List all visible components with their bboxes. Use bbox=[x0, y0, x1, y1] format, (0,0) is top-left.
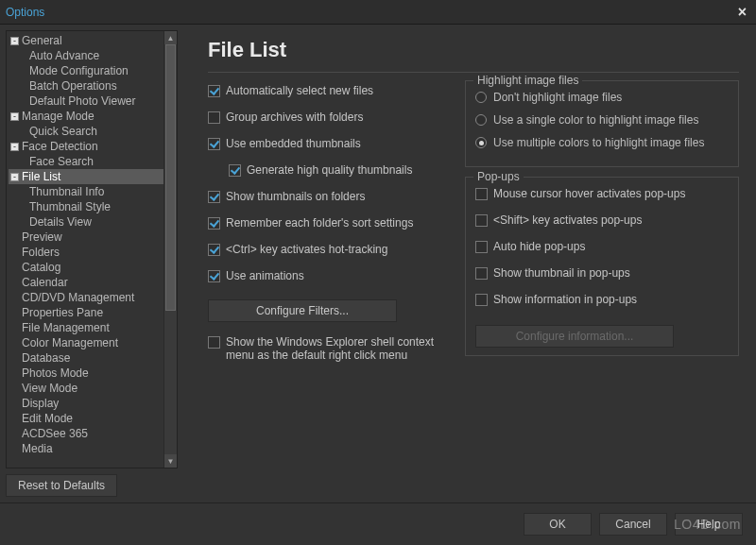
checkbox-icon[interactable] bbox=[475, 241, 488, 253]
checkbox-label: Use animations bbox=[226, 269, 454, 282]
radio-icon[interactable] bbox=[475, 114, 487, 126]
tree-item-label: Edit Mode bbox=[22, 412, 73, 425]
tree-toggle-icon[interactable]: - bbox=[10, 112, 19, 121]
checkbox-icon[interactable] bbox=[208, 217, 220, 230]
close-icon[interactable]: × bbox=[734, 4, 750, 21]
tree-item[interactable]: -File List bbox=[9, 169, 163, 184]
popup-check-4[interactable]: Show information in pop-ups bbox=[475, 293, 729, 306]
tree-item[interactable]: Details View bbox=[9, 214, 163, 230]
checkbox-icon[interactable] bbox=[208, 111, 220, 124]
option-check-5[interactable]: Remember each folder's sort settings bbox=[208, 216, 454, 230]
tree-toggle-icon[interactable]: - bbox=[10, 173, 19, 181]
tree-item[interactable]: Folders bbox=[9, 245, 163, 260]
checkbox-icon[interactable] bbox=[229, 164, 241, 177]
tree-item[interactable]: -Face Detection bbox=[9, 139, 163, 154]
tree-item-label: View Mode bbox=[22, 382, 77, 395]
tree-item[interactable]: Display bbox=[9, 396, 163, 411]
tree-item[interactable]: Thumbnail Style bbox=[9, 199, 163, 214]
tree-item[interactable]: Database bbox=[9, 350, 163, 366]
tree-item-label: File List bbox=[22, 170, 60, 183]
option-check-3[interactable]: Generate high quality thumbnails bbox=[229, 163, 454, 177]
tree-item[interactable]: -General bbox=[9, 33, 163, 48]
tree-item-label: Default Photo Viewer bbox=[29, 94, 136, 108]
option-check-0[interactable]: Automatically select new files bbox=[208, 84, 454, 97]
tree-item[interactable]: Calendar bbox=[9, 275, 163, 290]
tree-item[interactable]: Face Search bbox=[9, 154, 163, 169]
tree-item[interactable]: Preview bbox=[9, 230, 163, 245]
tree-toggle-icon[interactable]: - bbox=[10, 37, 19, 45]
checkbox-label: Show thumbnail in pop-ups bbox=[493, 266, 729, 280]
checkbox-icon[interactable] bbox=[208, 138, 220, 150]
tree-item[interactable]: Color Management bbox=[9, 335, 163, 350]
scroll-track[interactable] bbox=[164, 44, 177, 454]
popup-check-3[interactable]: Show thumbnail in pop-ups bbox=[475, 266, 729, 280]
option-check-1[interactable]: Group archives with folders bbox=[208, 111, 454, 124]
tree-item[interactable]: Photos Mode bbox=[9, 366, 163, 381]
tree-item[interactable]: Quick Search bbox=[9, 124, 163, 139]
popups-group: Pop-ups Mouse cursor hover activates pop… bbox=[465, 177, 739, 356]
checkbox-label: Generate high quality thumbnails bbox=[247, 163, 454, 177]
tree-item-label: Thumbnail Info bbox=[29, 185, 104, 198]
options-tree[interactable]: -GeneralAuto AdvanceMode ConfigurationBa… bbox=[7, 31, 163, 468]
tree-scrollbar[interactable]: ▲ ▼ bbox=[163, 31, 177, 468]
checkbox-icon[interactable] bbox=[208, 244, 220, 256]
popups-legend: Pop-ups bbox=[473, 170, 524, 183]
tree-item-label: CD/DVD Management bbox=[22, 291, 134, 304]
help-button[interactable]: Help bbox=[675, 513, 743, 536]
right-column: Highlight image files Don't highlight im… bbox=[465, 77, 739, 375]
checkbox-label: <Ctrl> key activates hot-tracking bbox=[226, 243, 454, 256]
tree-item[interactable]: -Manage Mode bbox=[9, 109, 163, 124]
tree-item-label: Mode Configuration bbox=[29, 64, 129, 77]
tree-item-label: Quick Search bbox=[29, 125, 97, 138]
radio-icon[interactable] bbox=[475, 137, 487, 148]
tree-item[interactable]: File Management bbox=[9, 320, 163, 335]
tree-item[interactable]: Thumbnail Info bbox=[9, 184, 163, 199]
popup-check-1[interactable]: <Shift> key activates pop-ups bbox=[475, 213, 729, 227]
option-check-7[interactable]: Use animations bbox=[208, 269, 454, 282]
option-check-6[interactable]: <Ctrl> key activates hot-tracking bbox=[208, 243, 454, 256]
tree-item[interactable]: Edit Mode bbox=[9, 411, 163, 426]
cancel-button[interactable]: Cancel bbox=[599, 513, 667, 536]
tree-item[interactable]: View Mode bbox=[9, 381, 163, 396]
ok-button[interactable]: OK bbox=[524, 513, 592, 536]
tree-item[interactable]: Batch Operations bbox=[9, 78, 163, 94]
tree-item-label: Calendar bbox=[22, 276, 68, 289]
configure-filters-button[interactable]: Configure Filters... bbox=[208, 299, 397, 322]
highlight-radio-1[interactable]: Use a single color to highlight image fi… bbox=[475, 113, 729, 127]
scroll-up-icon[interactable]: ▲ bbox=[164, 31, 177, 44]
shell-context-check[interactable]: Show the Windows Explorer shell context … bbox=[208, 335, 454, 362]
popup-check-2[interactable]: Auto hide pop-ups bbox=[475, 240, 729, 253]
popup-check-0[interactable]: Mouse cursor hover activates pop-ups bbox=[475, 187, 729, 200]
tree-item[interactable]: ACDSee 365 bbox=[9, 426, 163, 441]
tree-item[interactable]: Catalog bbox=[9, 260, 163, 275]
checkbox-label: Mouse cursor hover activates pop-ups bbox=[493, 187, 729, 200]
highlight-radio-2[interactable]: Use multiple colors to highlight image f… bbox=[475, 136, 729, 149]
tree-item[interactable]: Media bbox=[9, 441, 163, 456]
tree-item[interactable]: CD/DVD Management bbox=[9, 290, 163, 305]
left-column: Automatically select new filesGroup arch… bbox=[208, 77, 454, 375]
window-titlebar: Options × bbox=[0, 0, 756, 25]
radio-icon[interactable] bbox=[475, 92, 487, 103]
option-check-2[interactable]: Use embedded thumbnails bbox=[208, 137, 454, 150]
scroll-thumb[interactable] bbox=[165, 44, 176, 311]
configure-information-button[interactable]: Configure information... bbox=[475, 325, 674, 348]
checkbox-icon[interactable] bbox=[475, 267, 488, 280]
checkbox-icon[interactable] bbox=[208, 336, 220, 349]
checkbox-icon[interactable] bbox=[208, 191, 220, 203]
checkbox-icon[interactable] bbox=[475, 188, 488, 200]
checkbox-icon[interactable] bbox=[475, 294, 488, 306]
checkbox-icon[interactable] bbox=[208, 85, 220, 97]
tree-item-label: Manage Mode bbox=[22, 110, 94, 123]
tree-item[interactable]: Properties Pane bbox=[9, 305, 163, 320]
checkbox-label: Show information in pop-ups bbox=[493, 293, 729, 306]
highlight-radio-0[interactable]: Don't highlight image files bbox=[475, 91, 729, 104]
tree-toggle-icon[interactable]: - bbox=[10, 143, 19, 151]
tree-item[interactable]: Auto Advance bbox=[9, 48, 163, 63]
option-check-4[interactable]: Show thumbnails on folders bbox=[208, 190, 454, 203]
scroll-down-icon[interactable]: ▼ bbox=[164, 454, 177, 468]
tree-item[interactable]: Default Photo Viewer bbox=[9, 94, 163, 109]
checkbox-icon[interactable] bbox=[475, 214, 488, 227]
checkbox-icon[interactable] bbox=[208, 270, 220, 282]
tree-item[interactable]: Mode Configuration bbox=[9, 63, 163, 78]
reset-defaults-button[interactable]: Reset to Defaults bbox=[6, 474, 117, 497]
